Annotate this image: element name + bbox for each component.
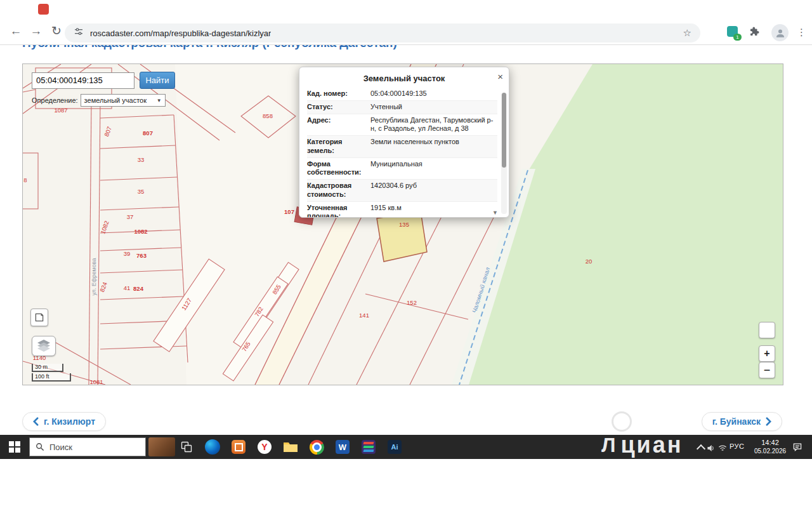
bookmark-star-icon[interactable]: ☆ <box>683 27 691 39</box>
parcel-search-input[interactable] <box>32 72 134 89</box>
chevron-right-icon <box>766 417 771 426</box>
reload-icon[interactable]: ↻ <box>48 23 65 39</box>
app-icon-edge[interactable] <box>205 439 220 455</box>
popup-row: Кадастровая стоимость:1420304.6 руб <box>307 179 497 201</box>
watermark-circle <box>612 411 632 432</box>
popup-title: Земельный участок <box>299 67 509 88</box>
windows-logo-icon <box>9 441 20 453</box>
app-icon-dark[interactable]: Ai <box>387 439 402 455</box>
wifi-icon[interactable] <box>718 443 727 455</box>
address-bar[interactable]: roscadaster.com/map/respublika-dagestan/… <box>65 23 700 43</box>
scrollbar-thumb[interactable] <box>502 93 506 168</box>
time: 14:42 <box>750 439 790 448</box>
fullscreen-button[interactable] <box>759 322 775 338</box>
app-icon-word[interactable]: W <box>335 439 350 455</box>
tab-favicon <box>38 4 49 15</box>
taskbar-search-label: Поиск <box>49 442 72 452</box>
folder-icon <box>283 441 298 453</box>
app-icon-orange[interactable] <box>231 439 246 455</box>
next-city-link[interactable]: г. Буйнакск <box>702 412 782 431</box>
definition-select[interactable]: земельный участок ▼ <box>81 94 166 107</box>
popup-row: Форма собственности:Муниципальная <box>307 157 497 180</box>
app-icon-layers[interactable] <box>361 439 376 455</box>
extension-badge-count: 1 <box>733 34 742 41</box>
app-icon-yandex[interactable]: Y <box>257 439 272 455</box>
popup-row: Уточненная площадь:1915 кв.м <box>307 201 497 218</box>
browser-chrome: ← → ↻ roscadaster.com/map/respublika-dag… <box>0 0 812 45</box>
action-center-icon[interactable] <box>792 442 802 455</box>
scrollbar[interactable] <box>501 93 507 214</box>
back-icon[interactable]: ← <box>8 23 24 39</box>
popup-row: Кад. номер:05:04:000149:135 <box>307 88 497 100</box>
url-text: roscadaster.com/map/respublika-dagestan/… <box>90 29 271 38</box>
definition-value: земельный участок <box>84 96 147 104</box>
chevron-left-icon <box>33 417 39 426</box>
base-map-button[interactable] <box>30 309 48 326</box>
prev-city-link[interactable]: г. Кизилюрт <box>22 412 106 431</box>
taskbar-image-thumbnail[interactable] <box>148 437 175 456</box>
site-settings-icon[interactable] <box>74 27 84 39</box>
close-icon[interactable]: × <box>497 71 503 82</box>
menu-kebab-icon[interactable]: ⋮ <box>797 25 806 39</box>
map-search: Найти <box>32 72 175 89</box>
next-city-label: г. Буйнакск <box>712 416 761 427</box>
definition-control: Определение: земельный участок ▼ <box>32 94 166 107</box>
task-view-icon[interactable] <box>179 439 194 455</box>
scale-imperial: 100 ft <box>32 373 71 382</box>
search-icon <box>36 442 44 451</box>
popup-row: Категория земель:Земли населенных пункто… <box>307 135 497 157</box>
taskbar-search[interactable]: Поиск <box>29 437 146 456</box>
popup-rows: Кад. номер:05:04:000149:135Статус:Учтенн… <box>307 88 497 218</box>
map-container[interactable]: 1087880780785833353710821082397638244182… <box>22 63 783 385</box>
forward-icon[interactable]: → <box>28 23 44 39</box>
chevron-down-icon: ▼ <box>157 98 162 103</box>
app-icon-chrome[interactable] <box>309 439 324 455</box>
date: 05.02.2026 <box>750 448 790 456</box>
parcel-info-popup: Земельный участок × Кад. номер:05:04:000… <box>299 67 509 218</box>
start-button[interactable] <box>0 435 29 459</box>
popup-row: Статус:Учтенный <box>307 100 497 114</box>
zoom-in-button[interactable]: + <box>759 345 775 362</box>
zoom-out-button[interactable]: − <box>759 362 775 378</box>
selected-parcel[interactable] <box>377 211 427 262</box>
profile-avatar[interactable] <box>771 24 789 41</box>
chevron-down-icon[interactable]: ▼ <box>492 209 498 216</box>
speaker-icon[interactable] <box>707 443 716 455</box>
scale-metric: 30 m <box>32 364 63 372</box>
clock[interactable]: 14:42 05.02.2026 <box>750 439 790 455</box>
language-indicator[interactable]: РУС <box>730 442 745 450</box>
tray-chevron-up-icon[interactable] <box>697 444 705 453</box>
definition-label: Определение: <box>32 96 78 104</box>
extensions-puzzle-icon[interactable] <box>749 26 760 40</box>
taskbar: Поиск Y W Ai РУС 14:42 05.02.2026 <box>0 435 812 459</box>
layers-button[interactable] <box>32 336 56 356</box>
extension-icon[interactable]: 1 <box>727 26 740 39</box>
app-icon-file-explorer[interactable] <box>283 439 298 455</box>
prev-city-label: г. Кизилюрт <box>44 416 95 427</box>
popup-row: Адрес:Республика Дагестан, Тарумовский р… <box>307 114 497 136</box>
search-button[interactable]: Найти <box>140 72 175 89</box>
